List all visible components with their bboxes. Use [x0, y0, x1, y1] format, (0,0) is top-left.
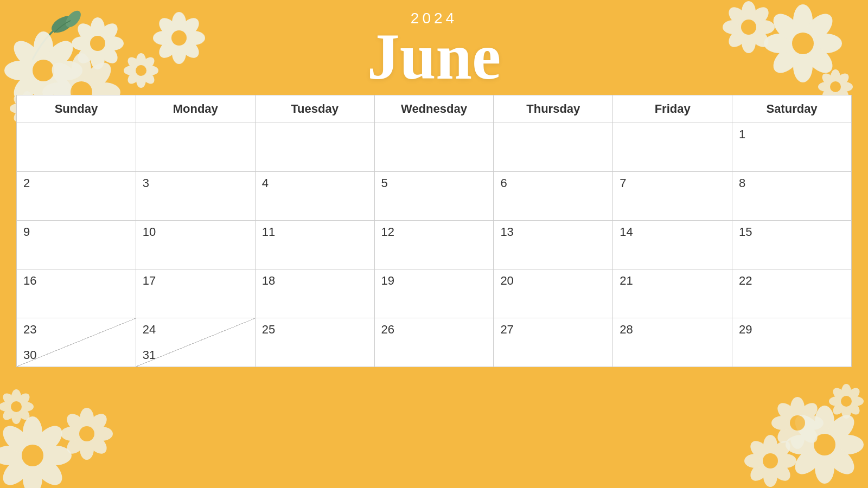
calendar-day[interactable]: 10: [136, 221, 255, 269]
calendar-day[interactable]: 6: [494, 172, 613, 221]
calendar-day[interactable]: 18: [255, 269, 374, 318]
col-saturday: Saturday: [732, 95, 852, 123]
calendar-day[interactable]: 9: [17, 221, 136, 269]
days-header-row: Sunday Monday Tuesday Wednesday Thursday…: [17, 95, 852, 123]
calendar-day[interactable]: 19: [374, 269, 494, 318]
calendar-day[interactable]: 12: [374, 221, 494, 269]
calendar-day[interactable]: 16: [17, 269, 136, 318]
calendar-day[interactable]: [613, 123, 732, 172]
col-thursday: Thursday: [494, 95, 613, 123]
calendar-day[interactable]: 26: [374, 318, 494, 367]
week-row-1: 1: [17, 123, 852, 172]
day-number: 24: [143, 323, 156, 337]
calendar-day[interactable]: 17: [136, 269, 255, 318]
calendar-day[interactable]: 1: [732, 123, 852, 172]
calendar-day[interactable]: 7: [613, 172, 732, 221]
calendar-day[interactable]: 22: [732, 269, 852, 318]
col-tuesday: Tuesday: [255, 95, 374, 123]
calendar-day[interactable]: 13: [494, 221, 613, 269]
day-number: 23: [23, 323, 36, 337]
calendar-day[interactable]: 11: [255, 221, 374, 269]
day-number: 30: [23, 348, 36, 362]
col-wednesday: Wednesday: [374, 95, 494, 123]
calendar-day[interactable]: [255, 123, 374, 172]
day-number: 31: [143, 348, 156, 362]
month-label: June: [0, 24, 868, 89]
calendar-day[interactable]: 14: [613, 221, 732, 269]
calendar-day[interactable]: [136, 123, 255, 172]
calendar-header: 2024 June: [0, 0, 868, 95]
page-background: 2024 June Sunday Monday Tuesday Wednesda…: [0, 0, 868, 488]
calendar-day[interactable]: [374, 123, 494, 172]
col-friday: Friday: [613, 95, 732, 123]
calendar-day[interactable]: [17, 123, 136, 172]
calendar-day[interactable]: 28: [613, 318, 732, 367]
calendar-day[interactable]: 27: [494, 318, 613, 367]
calendar-day[interactable]: [494, 123, 613, 172]
week-row-2: 2345678: [17, 172, 852, 221]
calendar-day[interactable]: 29: [732, 318, 852, 367]
week-row-4: 16171819202122: [17, 269, 852, 318]
week-row-3: 9101112131415: [17, 221, 852, 269]
calendar-day[interactable]: 15: [732, 221, 852, 269]
calendar-day[interactable]: 5: [374, 172, 494, 221]
calendar-day[interactable]: 25: [255, 318, 374, 367]
calendar-day[interactable]: 4: [255, 172, 374, 221]
calendar-day[interactable]: 8: [732, 172, 852, 221]
calendar-day[interactable]: 21: [613, 269, 732, 318]
calendar-table: Sunday Monday Tuesday Wednesday Thursday…: [16, 95, 852, 367]
calendar-day[interactable]: 2431: [136, 318, 255, 367]
calendar-day[interactable]: 2: [17, 172, 136, 221]
col-monday: Monday: [136, 95, 255, 123]
calendar-grid-wrapper: Sunday Monday Tuesday Wednesday Thursday…: [16, 95, 852, 367]
week-row-5: 233024312526272829: [17, 318, 852, 367]
calendar-day[interactable]: 3: [136, 172, 255, 221]
col-sunday: Sunday: [17, 95, 136, 123]
calendar-day[interactable]: 2330: [17, 318, 136, 367]
calendar-day[interactable]: 20: [494, 269, 613, 318]
